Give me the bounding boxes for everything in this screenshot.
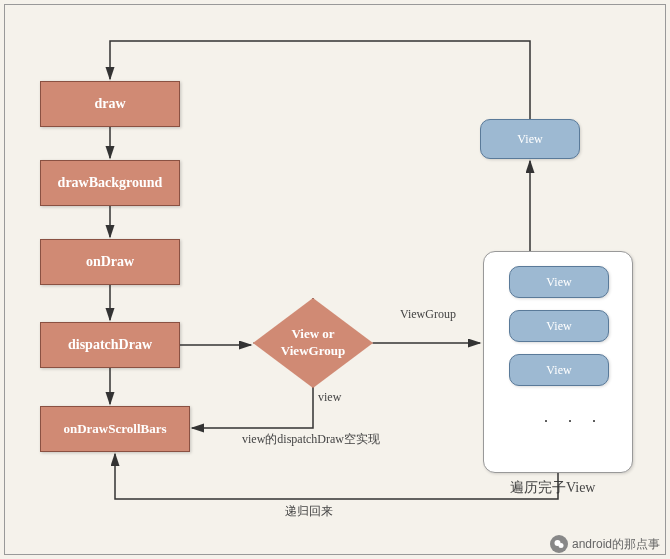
- decision-view-or-viewgroup: View or ViewGroup: [253, 298, 373, 388]
- label-recurse-back: 递归回来: [285, 503, 333, 520]
- box-drawbackground: drawBackground: [40, 160, 180, 206]
- child-view-3: View: [509, 354, 609, 386]
- diagram-canvas: draw drawBackground onDraw dispatchDraw …: [4, 4, 666, 555]
- box-label: onDrawScrollBars: [63, 421, 166, 437]
- box-label: drawBackground: [58, 175, 163, 191]
- wechat-icon: [550, 535, 568, 553]
- svg-point-8: [558, 543, 563, 548]
- decision-label: View or ViewGroup: [281, 326, 345, 360]
- box-label: onDraw: [86, 254, 134, 270]
- node-view-top: View: [480, 119, 580, 159]
- footer-attribution: android的那点事: [550, 535, 660, 553]
- box-label: draw: [94, 96, 125, 112]
- box-ondraw: onDraw: [40, 239, 180, 285]
- node-label: View: [546, 363, 571, 378]
- label-viewgroup: ViewGroup: [400, 307, 456, 322]
- node-label: View: [517, 132, 542, 147]
- child-view-2: View: [509, 310, 609, 342]
- node-label: View: [546, 275, 571, 290]
- child-view-1: View: [509, 266, 609, 298]
- box-ondrawscrollbars: onDrawScrollBars: [40, 406, 190, 452]
- label-empty-impl: view的dispatchDraw空实现: [242, 431, 380, 448]
- ellipsis-dots: . . .: [544, 408, 604, 426]
- box-dispatchdraw: dispatchDraw: [40, 322, 180, 368]
- label-traverse-done: 遍历完子View: [510, 479, 595, 497]
- box-draw: draw: [40, 81, 180, 127]
- node-label: View: [546, 319, 571, 334]
- child-views-container: View View View . . .: [483, 251, 633, 473]
- footer-text: android的那点事: [572, 536, 660, 553]
- box-label: dispatchDraw: [68, 337, 152, 353]
- label-view: view: [318, 390, 341, 405]
